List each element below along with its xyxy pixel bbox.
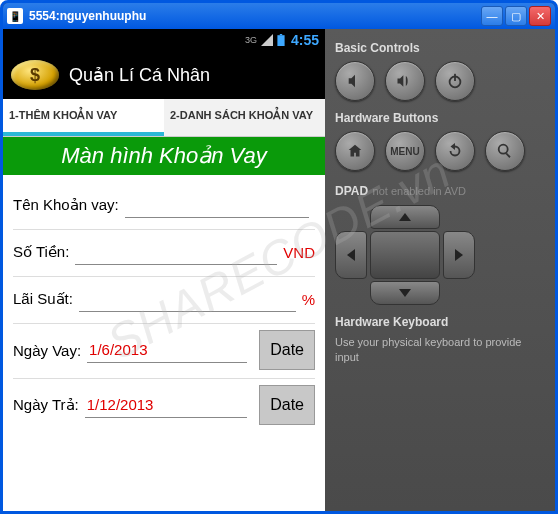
screen-title: Màn hình Khoản Vay [3, 137, 325, 175]
rate-label: Lãi Suất: [13, 290, 73, 308]
volume-up-button[interactable] [385, 61, 425, 101]
pay-date-input[interactable] [85, 392, 248, 418]
amount-unit: VND [283, 244, 315, 261]
back-button[interactable] [435, 131, 475, 171]
window-title: 5554:nguyenhuuphu [29, 9, 481, 23]
network-label: 3G [245, 35, 257, 45]
tab-bar: 1-THÊM KHOẢN VAY 2-DANH SÁCH KHOẢN VAY [3, 99, 325, 137]
dpad [335, 205, 475, 305]
signal-icon [261, 34, 273, 46]
hardware-buttons-title: Hardware Buttons [335, 111, 545, 125]
phone-screen: 3G 4:55 $ Quản Lí Cá Nhân 1-THÊM KHOẢN V… [3, 29, 325, 511]
amount-input[interactable] [75, 239, 277, 265]
loan-form: Tên Khoản vay: Số Tiền: VND Lãi Suất: % [3, 175, 325, 439]
basic-controls-title: Basic Controls [335, 41, 545, 55]
pay-date-button[interactable]: Date [259, 385, 315, 425]
dpad-center-button[interactable] [370, 231, 440, 279]
maximize-button[interactable]: ▢ [505, 6, 527, 26]
clock: 4:55 [291, 32, 319, 48]
dpad-up-button[interactable] [370, 205, 440, 229]
svg-rect-0 [277, 35, 284, 46]
emulator-controls: Basic Controls Hardware Buttons MENU DPA… [325, 29, 555, 511]
loan-name-input[interactable] [125, 192, 309, 218]
loan-name-label: Tên Khoản vay: [13, 196, 119, 214]
rate-unit: % [302, 291, 315, 308]
search-button[interactable] [485, 131, 525, 171]
app-bar: $ Quản Lí Cá Nhân [3, 51, 325, 99]
svg-rect-3 [454, 74, 456, 81]
emulator-icon: 📱 [7, 8, 23, 24]
dpad-left-button[interactable] [335, 231, 367, 279]
volume-down-button[interactable] [335, 61, 375, 101]
battery-icon [277, 34, 285, 46]
borrow-date-button[interactable]: Date [259, 330, 315, 370]
pay-date-label: Ngày Trả: [13, 396, 79, 414]
keyboard-title: Hardware Keyboard [335, 315, 545, 329]
minimize-button[interactable]: — [481, 6, 503, 26]
app-logo-icon: $ [11, 60, 59, 90]
dpad-right-button[interactable] [443, 231, 475, 279]
close-button[interactable]: ✕ [529, 6, 551, 26]
svg-rect-1 [280, 34, 282, 35]
menu-button[interactable]: MENU [385, 131, 425, 171]
borrow-date-label: Ngày Vay: [13, 342, 81, 359]
tab-add-loan[interactable]: 1-THÊM KHOẢN VAY [3, 99, 164, 136]
svg-point-4 [499, 145, 508, 154]
power-button[interactable] [435, 61, 475, 101]
status-bar: 3G 4:55 [3, 29, 325, 51]
dpad-title: DPAD [335, 184, 368, 198]
tab-loan-list[interactable]: 2-DANH SÁCH KHOẢN VAY [164, 99, 325, 136]
dpad-status: not enabled in AVD [373, 185, 466, 197]
home-button[interactable] [335, 131, 375, 171]
rate-input[interactable] [79, 286, 296, 312]
titlebar: 📱 5554:nguyenhuuphu — ▢ ✕ [3, 3, 555, 29]
app-title: Quản Lí Cá Nhân [69, 64, 210, 86]
dpad-down-button[interactable] [370, 281, 440, 305]
amount-label: Số Tiền: [13, 243, 69, 261]
svg-rect-5 [506, 153, 511, 158]
keyboard-message: Use your physical keyboard to provide in… [335, 335, 545, 366]
borrow-date-input[interactable] [87, 337, 247, 363]
